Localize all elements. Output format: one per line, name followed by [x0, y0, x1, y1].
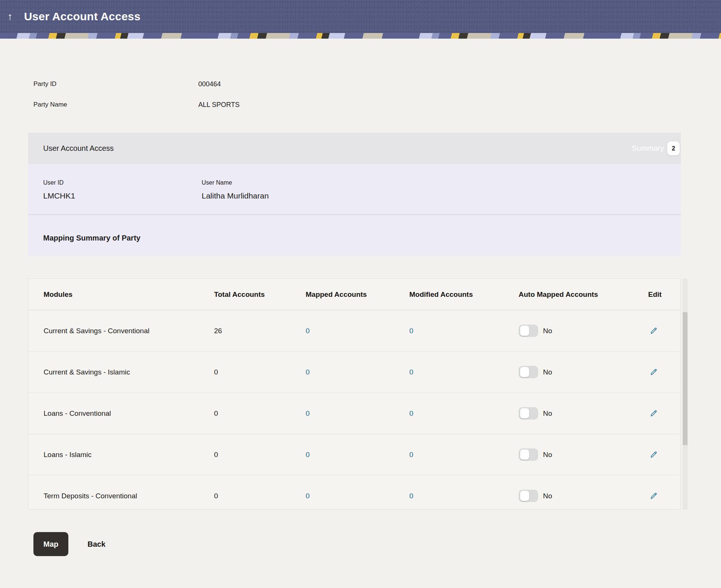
footer-actions: Map Back — [33, 532, 106, 556]
user-summary-row: User ID LMCHK1 User Name Lalitha Murlidh… — [28, 164, 681, 214]
panel-header[interactable]: User Account Access Summary 2 — [28, 133, 681, 164]
party-id-label: Party ID — [33, 80, 198, 88]
total-accounts-value: 0 — [214, 368, 306, 376]
mapped-accounts-link[interactable]: 0 — [306, 368, 409, 376]
column-header-total-accounts: Total Accounts — [214, 290, 306, 299]
column-header-modules: Modules — [44, 290, 214, 299]
panel-title: User Account Access — [43, 144, 114, 153]
total-accounts-value: 0 — [214, 451, 306, 459]
toggle-knob — [520, 367, 529, 377]
auto-mapped-toggle[interactable] — [519, 407, 538, 420]
modules-table: Modules Total Accounts Mapped Accounts M… — [28, 278, 681, 510]
toggle-knob — [520, 326, 529, 336]
app-header: ↑ User Account Access — [0, 0, 721, 33]
edit-pencil-icon[interactable] — [649, 409, 658, 418]
auto-mapped-cell: No — [519, 366, 648, 378]
edit-cell — [648, 409, 675, 418]
back-button[interactable]: Back — [87, 540, 106, 549]
page-title: User Account Access — [24, 10, 140, 23]
up-arrow-icon[interactable]: ↑ — [8, 11, 24, 23]
module-name: Current & Savings - Islamic — [44, 368, 214, 376]
auto-mapped-label: No — [543, 409, 552, 418]
module-name: Term Deposits - Conventional — [44, 492, 214, 500]
toggle-knob — [520, 491, 529, 501]
modified-accounts-link[interactable]: 0 — [409, 451, 519, 459]
auto-mapped-cell: No — [519, 448, 648, 461]
user-name-field: User Name Lalitha Murlidharan — [202, 179, 666, 200]
auto-mapped-cell: No — [519, 407, 648, 420]
auto-mapped-toggle[interactable] — [519, 366, 538, 378]
party-name-value: ALL SPORTS — [198, 101, 240, 109]
total-accounts-value: 0 — [214, 492, 306, 500]
user-id-label: User ID — [43, 179, 202, 186]
edit-pencil-icon[interactable] — [649, 368, 658, 376]
user-id-value: LMCHK1 — [43, 191, 202, 200]
table-row: Current & Savings - Conventional 26 0 0 … — [29, 310, 680, 352]
modified-accounts-link[interactable]: 0 — [409, 492, 519, 500]
column-header-auto-mapped-accounts: Auto Mapped Accounts — [519, 290, 648, 299]
table-scrollbar-thumb[interactable] — [683, 312, 688, 445]
column-header-edit: Edit — [648, 290, 675, 299]
party-id-row: Party ID 000464 — [33, 80, 240, 88]
auto-mapped-label: No — [543, 492, 552, 500]
mapping-summary-title: Mapping Summary of Party — [28, 215, 681, 256]
edit-cell — [648, 326, 675, 335]
table-header-row: Modules Total Accounts Mapped Accounts M… — [29, 279, 680, 310]
modified-accounts-link[interactable]: 0 — [409, 409, 519, 418]
auto-mapped-label: No — [543, 451, 552, 459]
auto-mapped-toggle[interactable] — [519, 448, 538, 461]
user-id-field: User ID LMCHK1 — [43, 179, 202, 200]
modified-accounts-link[interactable]: 0 — [409, 327, 519, 335]
column-header-mapped-accounts: Mapped Accounts — [306, 290, 409, 299]
user-name-value: Lalitha Murlidharan — [202, 191, 666, 200]
table-row: Loans - Conventional 0 0 0 No — [29, 393, 680, 434]
edit-pencil-icon[interactable] — [649, 326, 658, 335]
mapped-accounts-link[interactable]: 0 — [306, 409, 409, 418]
auto-mapped-label: No — [543, 327, 552, 335]
party-id-value: 000464 — [198, 80, 221, 88]
page: ↑ User Account Access Party ID 000464 Pa… — [0, 0, 721, 588]
map-button[interactable]: Map — [33, 532, 68, 556]
panel-body: User ID LMCHK1 User Name Lalitha Murlidh… — [28, 164, 681, 256]
decorative-banner — [0, 33, 721, 39]
edit-cell — [648, 450, 675, 459]
auto-mapped-toggle[interactable] — [519, 490, 538, 502]
summary-label: Summary — [632, 144, 664, 153]
auto-mapped-toggle[interactable] — [519, 325, 538, 337]
edit-cell — [648, 368, 675, 376]
summary-group: Summary 2 — [632, 141, 680, 155]
party-info: Party ID 000464 Party Name ALL SPORTS — [33, 80, 240, 122]
auto-mapped-cell: No — [519, 490, 648, 502]
column-header-modified-accounts: Modified Accounts — [409, 290, 519, 299]
edit-pencil-icon[interactable] — [649, 492, 658, 500]
mapped-accounts-link[interactable]: 0 — [306, 451, 409, 459]
table-row: Current & Savings - Islamic 0 0 0 No — [29, 352, 680, 393]
table-row: Loans - Islamic 0 0 0 No — [29, 434, 680, 475]
user-name-label: User Name — [202, 179, 666, 186]
toggle-knob — [520, 450, 529, 460]
module-name: Loans - Conventional — [44, 409, 214, 418]
mapped-accounts-link[interactable]: 0 — [306, 327, 409, 335]
party-name-label: Party Name — [33, 101, 198, 109]
total-accounts-value: 0 — [214, 409, 306, 418]
edit-cell — [648, 492, 675, 500]
table-scrollbar-track[interactable] — [683, 278, 688, 510]
auto-mapped-cell: No — [519, 325, 648, 337]
user-account-access-panel: User Account Access Summary 2 User ID LM… — [28, 133, 681, 256]
edit-pencil-icon[interactable] — [649, 450, 658, 459]
module-name: Loans - Islamic — [44, 451, 214, 459]
toggle-knob — [520, 408, 529, 418]
module-name: Current & Savings - Conventional — [44, 327, 214, 335]
modified-accounts-link[interactable]: 0 — [409, 368, 519, 376]
mapped-accounts-link[interactable]: 0 — [306, 492, 409, 500]
summary-count-badge: 2 — [667, 141, 680, 155]
party-name-row: Party Name ALL SPORTS — [33, 101, 240, 109]
auto-mapped-label: No — [543, 368, 552, 376]
total-accounts-value: 26 — [214, 327, 306, 335]
table-row: Term Deposits - Conventional 0 0 0 No — [29, 475, 680, 510]
